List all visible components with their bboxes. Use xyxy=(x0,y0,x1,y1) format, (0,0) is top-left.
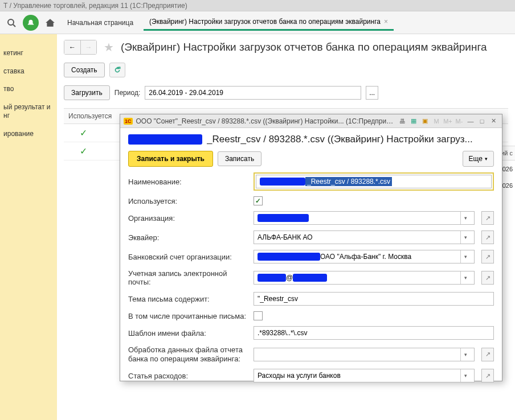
period-input[interactable] xyxy=(145,86,361,100)
tab-label: (Эквайринг) Настройки загрузок отчетов б… xyxy=(149,18,381,26)
open-button[interactable]: ↗ xyxy=(481,230,494,244)
m-button[interactable]: M xyxy=(431,117,442,126)
open-button[interactable]: ↗ xyxy=(481,250,494,263)
print-icon[interactable]: 🖶 xyxy=(397,117,407,126)
app-title-bar: Т / Управление торговлей, редакция 11 (1… xyxy=(0,0,515,11)
email-at: @ xyxy=(286,274,293,282)
period-picker-button[interactable]: ... xyxy=(366,86,378,100)
open-button[interactable]: ↗ xyxy=(481,369,494,382)
name-input[interactable]: _Reestr_csv / 893288.*.csv xyxy=(256,175,492,188)
close-icon[interactable]: ✕ xyxy=(488,117,498,126)
calendar-icon[interactable]: ▣ xyxy=(420,117,430,126)
bank-acc-label: Банковский счет организации: xyxy=(128,253,249,261)
sidebar-item[interactable]: кетинг xyxy=(0,44,57,63)
sidebar-item[interactable]: ставка xyxy=(0,63,57,81)
forward-button[interactable]: → xyxy=(80,40,96,54)
maximize-icon[interactable]: □ xyxy=(477,117,487,126)
logo-1c-icon: 1C xyxy=(124,118,133,125)
proc-input[interactable]: ▾ xyxy=(254,348,475,361)
sidebar-item[interactable]: ый результат и нг xyxy=(0,98,57,125)
open-button[interactable]: ↗ xyxy=(481,348,494,361)
name-selected-text: _Reestr_csv / 893288.*.csv xyxy=(305,177,392,186)
star-icon[interactable]: ★ xyxy=(104,40,114,54)
more-button[interactable]: Еще▾ xyxy=(463,151,494,167)
proc-label: Обработка данных файла отчета банка по о… xyxy=(128,345,249,363)
org-input[interactable]: ▾ xyxy=(254,211,475,225)
redacted xyxy=(260,178,305,186)
check-icon: ✓ xyxy=(80,146,87,157)
redacted xyxy=(128,134,202,145)
acquirer-label: Эквайер: xyxy=(128,233,249,242)
org-label: Организация: xyxy=(128,214,249,223)
open-button[interactable]: ↗ xyxy=(481,211,494,225)
home-icon[interactable] xyxy=(43,16,57,30)
settings-dialog: 1C ООО "Сонет"_Reestr_csv / 893288.*.csv… xyxy=(120,114,502,381)
page-title: (Эквайринг) Настройки загрузок отчетов б… xyxy=(121,41,487,53)
email-input[interactable]: @ ▾ xyxy=(254,271,475,285)
m-plus-button[interactable]: M+ xyxy=(443,117,453,126)
sidebar: кетинг ставка тво ый результат и нг иров… xyxy=(0,34,57,420)
dialog-title: _Reestr_csv / 893288.*.csv ((Эквайринг) … xyxy=(207,134,494,145)
bank-acc-suffix: ОАО "Альфа-Банк" г. Москва xyxy=(320,253,411,261)
used-label: Используется: xyxy=(128,197,249,205)
minimize-icon[interactable]: — xyxy=(465,117,476,126)
refresh-button[interactable] xyxy=(109,63,125,77)
email-label: Учетная запись электронной почты: xyxy=(128,269,249,286)
create-button[interactable]: Создать xyxy=(64,63,105,77)
save-button[interactable]: Записать xyxy=(218,151,261,166)
search-icon[interactable] xyxy=(5,16,18,30)
name-label: Наименование: xyxy=(128,178,249,186)
save-close-button[interactable]: Записать и закрыть xyxy=(128,151,213,167)
close-icon[interactable]: × xyxy=(384,18,388,26)
redacted xyxy=(258,253,320,261)
chevron-down-icon[interactable]: ▾ xyxy=(460,231,471,244)
subject-label: Тема письма содержит: xyxy=(128,295,249,303)
acquirer-value: АЛЬФА-БАНК АО xyxy=(258,233,313,241)
nav-buttons: ← → xyxy=(64,40,97,55)
chevron-down-icon[interactable]: ▾ xyxy=(460,348,471,361)
sidebar-item[interactable]: ирование xyxy=(0,125,57,143)
grid-icon[interactable]: ▦ xyxy=(408,117,419,126)
check-icon: ✓ xyxy=(80,127,87,138)
tab-acquiring[interactable]: (Эквайринг) Настройки загрузок отчетов б… xyxy=(144,14,394,31)
tab-home[interactable]: Начальная страница xyxy=(62,15,139,30)
bell-icon[interactable] xyxy=(23,15,39,31)
chevron-down-icon[interactable]: ▾ xyxy=(460,271,471,284)
app-title: Т / Управление торговлей, редакция 11 (1… xyxy=(3,2,187,10)
period-label: Период: xyxy=(115,89,140,97)
redacted xyxy=(258,214,309,222)
load-button[interactable]: Загрузить xyxy=(64,85,110,100)
acquirer-input[interactable]: АЛЬФА-БАНК АО ▾ xyxy=(254,230,475,244)
redacted xyxy=(258,274,286,282)
open-button[interactable]: ↗ xyxy=(481,271,494,285)
expense-label: Статья расходов: xyxy=(128,372,249,380)
include-read-checkbox[interactable] xyxy=(254,311,263,320)
main-toolbar: Начальная страница (Эквайринг) Настройки… xyxy=(0,11,515,34)
svg-rect-2 xyxy=(117,67,120,69)
back-button[interactable]: ← xyxy=(64,40,80,54)
subject-input[interactable]: "_Reestr_csv xyxy=(254,292,494,306)
expense-value: Расходы на услуги банков xyxy=(258,372,341,380)
svg-line-1 xyxy=(13,24,15,27)
redacted xyxy=(293,274,327,282)
bank-acc-input[interactable]: ОАО "Альфа-Банк" г. Москва ▾ xyxy=(254,250,475,263)
m-minus-button[interactable]: M- xyxy=(454,117,464,126)
expense-input[interactable]: Расходы на услуги банков ▾ xyxy=(254,369,475,382)
sidebar-item[interactable]: тво xyxy=(0,80,57,98)
svg-point-0 xyxy=(8,19,14,25)
include-read-label: В том числе прочитанные письма: xyxy=(128,312,249,320)
chevron-down-icon[interactable]: ▾ xyxy=(460,369,471,382)
col-used[interactable]: Используется xyxy=(68,112,125,120)
chevron-down-icon[interactable]: ▾ xyxy=(460,212,471,224)
dialog-window-title: ООО "Сонет"_Reestr_csv / 893288.*.csv ((… xyxy=(136,117,394,125)
used-checkbox[interactable] xyxy=(254,196,263,205)
chevron-down-icon[interactable]: ▾ xyxy=(460,250,471,263)
filename-input[interactable]: .*893288\..*\.csv xyxy=(254,326,494,340)
filename-label: Шаблон имени файла: xyxy=(128,329,249,337)
dialog-titlebar[interactable]: 1C ООО "Сонет"_Reestr_csv / 893288.*.csv… xyxy=(120,114,502,128)
